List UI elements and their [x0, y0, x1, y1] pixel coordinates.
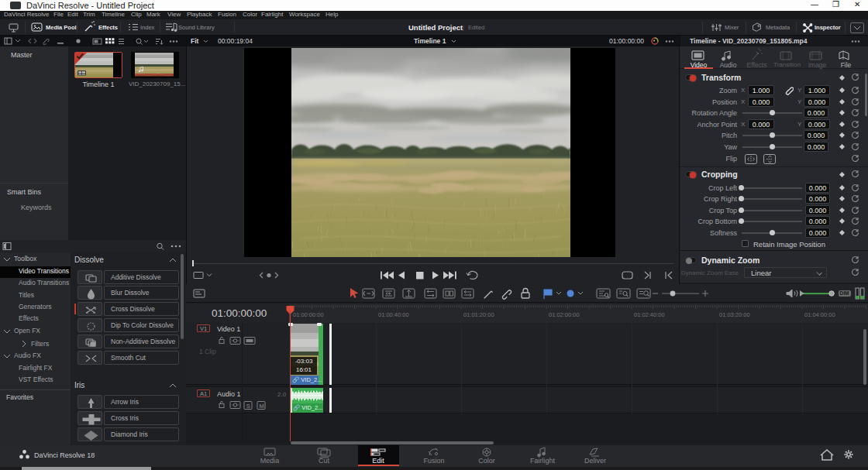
svg-text:S: S — [246, 403, 250, 410]
svg-text:01:01:20:00: 01:01:20:00 — [463, 311, 494, 318]
svg-text:01:00:00:00: 01:00:00:00 — [609, 37, 644, 45]
svg-text:01:04:00:00: 01:04:00:00 — [804, 311, 835, 318]
svg-text:00:00:19:04: 00:00:19:04 — [218, 37, 253, 45]
svg-text:01:02:00:00: 01:02:00:00 — [549, 311, 580, 318]
svg-text:Fit: Fit — [191, 37, 199, 45]
svg-text:M: M — [259, 403, 264, 410]
svg-text:DaVinci Resolve 18: DaVinci Resolve 18 — [34, 451, 95, 459]
svg-text:01:02:40:00: 01:02:40:00 — [634, 311, 665, 318]
svg-text:01:00:00:00: 01:00:00:00 — [212, 307, 267, 319]
svg-text:Media: Media — [260, 457, 280, 465]
svg-text:Fairlight: Fairlight — [530, 457, 556, 465]
svg-text:01:03:20:00: 01:03:20:00 — [719, 311, 750, 318]
svg-text:Edit: Edit — [372, 457, 384, 465]
svg-text:Timeline - VID_20230709_151805: Timeline - VID_20230709_151805.mp4 — [690, 37, 808, 45]
svg-text:01:00:00:00: 01:00:00:00 — [293, 311, 324, 318]
svg-text:DIM: DIM — [840, 290, 849, 296]
svg-text:01:00:40:00: 01:00:40:00 — [378, 311, 409, 318]
svg-text:Timeline 1: Timeline 1 — [414, 37, 446, 45]
svg-text:Color: Color — [478, 457, 495, 465]
svg-text:Fusion: Fusion — [423, 457, 444, 465]
svg-text:Deliver: Deliver — [584, 457, 606, 465]
